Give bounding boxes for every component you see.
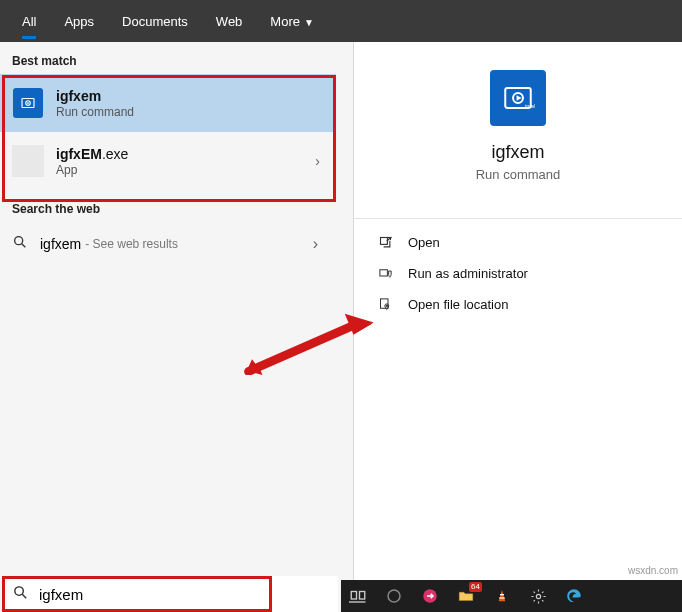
svg-point-14 [386,305,388,307]
svg-point-3 [15,237,23,245]
details-panel: intel igfxem Run command Open Run as adm… [354,42,682,580]
svg-point-23 [388,590,400,602]
chevron-right-icon: › [315,153,320,169]
chevron-right-icon: › [313,235,318,253]
svg-marker-2 [27,102,29,104]
task-view-icon[interactable] [347,585,369,607]
svg-rect-21 [360,592,365,600]
results-panel: Best match igfxem Run command igfxEM.exe… [0,42,336,580]
action-open-file-location[interactable]: Open file location [354,289,682,320]
svg-rect-9 [380,238,387,245]
watermark-text: wsxdn.com [628,565,678,576]
svg-line-4 [22,244,26,248]
intel-graphics-large-icon: intel [490,70,546,126]
search-icon [12,234,28,254]
edge-browser-icon[interactable] [563,585,585,607]
svg-point-28 [536,594,540,598]
chevron-down-icon: ▼ [304,17,314,28]
file-explorer-icon[interactable]: 64 [455,585,477,607]
tab-all[interactable]: All [8,4,50,38]
svg-rect-20 [351,592,356,600]
app-icon-pink[interactable] [419,585,441,607]
admin-shield-icon [376,266,394,281]
result-igfxem-run-command[interactable]: igfxem Run command [0,74,336,132]
svg-rect-27 [499,597,504,598]
result-igfxem-exe[interactable]: igfxEM.exe App › [0,132,336,190]
intel-graphics-icon [12,87,44,119]
details-title: igfxem [354,142,682,163]
svg-text:intel: intel [525,103,535,109]
settings-icon[interactable] [527,585,549,607]
svg-marker-25 [499,590,506,601]
open-icon [376,235,394,250]
tab-web[interactable]: Web [202,4,257,38]
vlc-icon[interactable] [491,585,513,607]
web-term: igfxem [40,236,81,252]
svg-rect-26 [500,594,504,595]
details-type: Run command [354,167,682,182]
folder-location-icon [376,297,394,312]
divider-line [354,218,682,219]
search-filter-tabs: All Apps Documents Web More▼ [0,0,682,42]
best-match-label: Best match [0,42,336,74]
cortana-icon[interactable] [383,585,405,607]
svg-line-19 [22,594,26,598]
notification-badge: 64 [469,582,482,592]
action-run-as-admin[interactable]: Run as administrator [354,258,682,289]
result-title: igfxem [56,88,101,104]
search-icon [12,584,29,605]
app-placeholder-icon [12,145,44,177]
result-subtitle: Run command [56,105,134,119]
taskbar: 64 [341,580,682,612]
svg-rect-12 [379,270,387,276]
result-title: igfxEM [56,146,102,162]
tab-more[interactable]: More▼ [256,4,328,38]
svg-point-18 [15,586,23,595]
tab-documents[interactable]: Documents [108,4,202,38]
action-open[interactable]: Open [354,227,682,258]
svg-marker-7 [517,95,522,101]
web-suffix: - See web results [85,237,178,251]
result-subtitle: App [56,163,128,177]
search-bar [2,576,338,612]
search-input[interactable] [39,586,239,603]
tab-apps[interactable]: Apps [50,4,108,38]
web-search-result[interactable]: igfxem - See web results › [0,222,336,266]
search-web-label: Search the web [0,190,336,222]
